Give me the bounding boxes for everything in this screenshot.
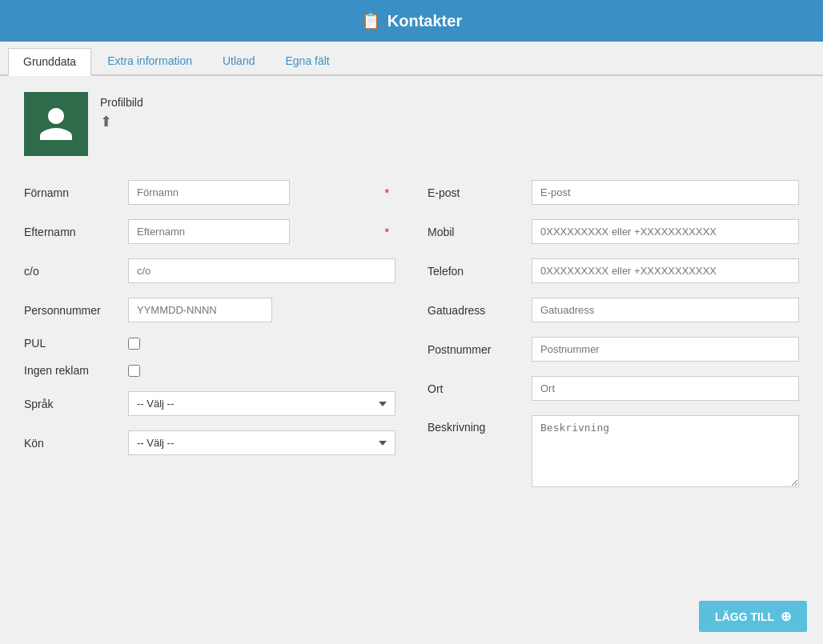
beskrivning-row: Beskrivning	[428, 415, 799, 487]
form-section: Förnamn * Efternamn * c/o	[24, 180, 799, 502]
fornamn-label: Förnamn	[24, 186, 128, 199]
postnummer-label: Postnummer	[428, 343, 532, 356]
sprak-label: Språk	[24, 398, 128, 410]
app-title: Kontakter	[387, 12, 462, 30]
gatuadress-input[interactable]	[532, 298, 799, 322]
lagg-till-button[interactable]: LÄGG TILL ⊕	[699, 601, 807, 632]
fornamn-wrapper: *	[128, 180, 395, 205]
postnummer-input[interactable]	[532, 337, 799, 362]
header-icon: 📋	[361, 11, 381, 30]
gatuadress-row: Gatuadress	[428, 298, 799, 322]
postnummer-row: Postnummer	[428, 337, 799, 362]
ingen-reklam-label: Ingen reklam	[24, 364, 128, 377]
submit-label: LÄGG TILL	[715, 610, 774, 623]
profile-label: Profilbild	[100, 96, 143, 109]
gatuadress-label: Gatuadress	[428, 304, 532, 317]
form-right: E-post Mobil Telefon Gatuadress Postnumm…	[428, 180, 799, 502]
mobil-row: Mobil	[428, 219, 799, 244]
mobil-input[interactable]	[532, 219, 799, 244]
kon-select[interactable]: -- Välj --	[128, 430, 395, 455]
pul-checkbox[interactable]	[128, 338, 140, 350]
kon-row: Kön -- Välj --	[24, 430, 395, 455]
personnummer-label: Personnummer	[24, 304, 128, 317]
tab-egna-falt[interactable]: Egna fält	[271, 48, 343, 74]
fornamn-row: Förnamn *	[24, 180, 395, 205]
ingen-reklam-checkbox[interactable]	[128, 365, 140, 377]
sprak-select[interactable]: -- Välj --	[128, 391, 395, 416]
sprak-row: Språk -- Välj --	[24, 391, 395, 416]
efternamn-row: Efternamn *	[24, 219, 395, 244]
tab-grunddata[interactable]: Grunddata	[8, 48, 91, 76]
epost-label: E-post	[428, 186, 532, 199]
tab-utland[interactable]: Utland	[208, 48, 269, 74]
kon-label: Kön	[24, 437, 128, 450]
telefon-label: Telefon	[428, 265, 532, 278]
tab-extra-information[interactable]: Extra information	[93, 48, 207, 74]
profile-section: Profilbild ⬆	[24, 92, 799, 156]
telefon-input[interactable]	[532, 258, 799, 283]
tab-bar: Grunddata Extra information Utland Egna …	[0, 42, 823, 76]
efternamn-wrapper: *	[128, 219, 395, 244]
co-input[interactable]	[128, 258, 395, 283]
efternamn-label: Efternamn	[24, 226, 128, 238]
profile-info: Profilbild ⬆	[100, 92, 143, 130]
mobil-label: Mobil	[428, 226, 532, 238]
avatar	[24, 92, 88, 156]
epost-row: E-post	[428, 180, 799, 205]
ingen-reklam-row: Ingen reklam	[24, 364, 395, 377]
personnummer-input[interactable]	[128, 298, 272, 322]
user-avatar-icon	[36, 104, 76, 144]
ort-input[interactable]	[532, 376, 799, 401]
co-label: c/o	[24, 265, 128, 278]
app-header: 📋 Kontakter	[0, 0, 823, 42]
telefon-row: Telefon	[428, 258, 799, 283]
submit-plus-icon: ⊕	[781, 609, 791, 624]
personnummer-row: Personnummer	[24, 298, 395, 322]
fornamn-input[interactable]	[128, 180, 290, 205]
beskrivning-label: Beskrivning	[428, 415, 532, 434]
upload-icon[interactable]: ⬆	[100, 113, 143, 130]
epost-input[interactable]	[532, 180, 799, 205]
pul-row: PUL	[24, 337, 395, 350]
ort-label: Ort	[428, 382, 532, 395]
fornamn-required: *	[385, 186, 389, 199]
ort-row: Ort	[428, 376, 799, 401]
pul-label: PUL	[24, 337, 128, 350]
beskrivning-textarea[interactable]	[532, 415, 799, 487]
efternamn-input[interactable]	[128, 219, 290, 244]
efternamn-required: *	[385, 226, 389, 238]
form-left: Förnamn * Efternamn * c/o	[24, 180, 395, 502]
main-content: Profilbild ⬆ Förnamn * Efternamn *	[0, 76, 823, 644]
co-row: c/o	[24, 258, 395, 283]
